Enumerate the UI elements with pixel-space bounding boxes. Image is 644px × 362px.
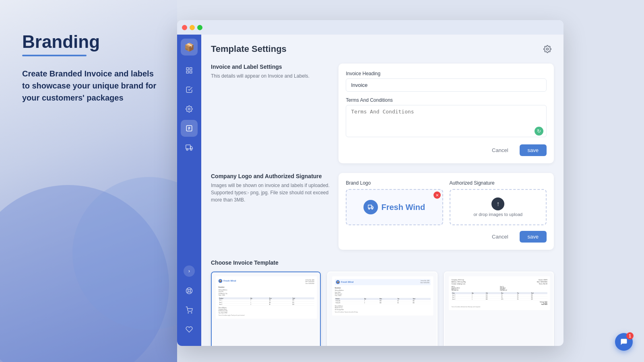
sidebar-item-branding[interactable] <box>181 120 198 137</box>
logo-settings-desc: Images will be shown on invoice and labe… <box>211 182 330 204</box>
window-controls <box>182 25 202 30</box>
template-card-1[interactable]: 📦 Fresh Wind Invoice No: 1234Date: 01/01… <box>211 272 321 346</box>
invoice-settings-label: Invoice and Label Settings This details … <box>211 64 330 163</box>
signature-group: Authorized Signature ↑ or drop images to… <box>450 180 547 225</box>
svg-point-7 <box>186 149 188 150</box>
svg-line-12 <box>190 292 191 293</box>
heading-label: Invoice Heading <box>346 71 547 76</box>
sidebar: 📦 › <box>177 35 201 346</box>
svg-point-15 <box>188 313 189 313</box>
minimize-button[interactable] <box>190 25 195 30</box>
logo-save-button[interactable]: save <box>520 231 547 243</box>
svg-rect-2 <box>186 71 188 73</box>
terms-wrapper: ↻ <box>346 105 547 139</box>
logo-text: Fresh Wind <box>381 203 425 212</box>
signature-label: Authorized Signature <box>450 180 547 186</box>
svg-rect-18 <box>368 205 372 208</box>
logo-cancel-button[interactable]: Cancel <box>485 231 515 243</box>
invoice-settings-title: Invoice and Label Settings <box>211 64 330 70</box>
template-grid: 📦 Fresh Wind Invoice No: 1234Date: 01/01… <box>211 272 554 346</box>
app-window: 📦 › <box>177 20 564 346</box>
svg-rect-0 <box>186 68 188 70</box>
branding-description: Create Branded Invoice and labels to sho… <box>22 68 159 104</box>
page-title: Template Settings <box>211 44 287 54</box>
sidebar-item-settings[interactable] <box>181 101 198 117</box>
svg-point-17 <box>547 48 549 50</box>
chat-badge: 1 <box>626 332 634 339</box>
sidebar-collapse-button[interactable]: › <box>184 265 195 277</box>
invoice-settings-desc: This details will appear on Invoice and … <box>211 72 330 80</box>
refresh-icon[interactable]: ↻ <box>535 127 543 136</box>
logo-preview: Fresh Wind <box>363 200 425 214</box>
svg-point-4 <box>188 108 190 110</box>
brand-logo-label: Brand Logo <box>346 180 443 186</box>
heading-input[interactable] <box>346 78 547 92</box>
sidebar-item-favorites[interactable] <box>181 321 198 338</box>
mock-invoice-1: 📦 Fresh Wind Invoice No: 1234Date: 01/01… <box>216 276 317 319</box>
logo-settings-card: Brand Logo Fresh Wind ✕ <box>339 173 554 250</box>
invoice-cancel-button[interactable]: Cancel <box>485 144 515 156</box>
template-preview-1: 📦 Fresh Wind Invoice No: 1234Date: 01/01… <box>212 272 320 346</box>
branding-title: Branding <box>22 32 159 51</box>
svg-rect-6 <box>186 145 190 149</box>
gear-button[interactable] <box>541 43 554 56</box>
invoice-settings-card: Invoice Heading Terms And Conditions ↻ C… <box>339 64 554 163</box>
svg-rect-1 <box>190 68 192 70</box>
logo-settings-label: Company Logo and Authorized Signature Im… <box>211 173 330 250</box>
page-header: Template Settings <box>211 43 554 56</box>
main-content: Template Settings Invoice and Label Sett… <box>201 35 564 346</box>
svg-point-8 <box>190 149 192 150</box>
invoice-settings-section: Invoice and Label Settings This details … <box>211 64 554 163</box>
sidebar-item-shipping[interactable] <box>181 139 198 156</box>
svg-point-10 <box>188 290 190 292</box>
terms-label: Terms And Conditions <box>346 97 547 103</box>
brand-logo-upload[interactable]: Fresh Wind ✕ <box>346 189 443 225</box>
heading-group: Invoice Heading <box>346 71 547 92</box>
sidebar-item-cart[interactable] <box>181 302 198 319</box>
upload-placeholder: ↑ or drop images to upload <box>473 197 522 217</box>
template-preview-3: Company: XYZ CorpAddress: 100 Corp WayCo… <box>445 272 553 346</box>
svg-point-20 <box>372 208 373 209</box>
logo-settings-title: Company Logo and Authorized Signature <box>211 173 330 179</box>
template-section: Choose Invoice Template 📦 Fresh Wind <box>211 259 554 346</box>
sidebar-item-support[interactable] <box>181 282 198 299</box>
sidebar-item-orders[interactable] <box>181 81 198 98</box>
template-card-2[interactable]: 📦 Fresh Wind Invoice No: 1234Date: 01/01… <box>327 272 437 346</box>
logo-card-actions: Cancel save <box>346 231 547 243</box>
mock-invoice-3: Company: XYZ CorpAddress: 100 Corp WayCo… <box>449 276 550 310</box>
branding-section: Branding Create Branded Invoice and labe… <box>22 32 159 104</box>
svg-line-11 <box>187 289 188 290</box>
sidebar-item-dashboard[interactable] <box>181 62 198 79</box>
brand-logo-group: Brand Logo Fresh Wind ✕ <box>346 180 443 225</box>
logo-icon <box>363 200 378 214</box>
template-header: Choose Invoice Template <box>211 259 554 266</box>
invoice-card-actions: Cancel save <box>346 144 547 156</box>
logo-icon: 📦 <box>184 42 194 52</box>
upload-row: Brand Logo Fresh Wind ✕ <box>346 180 547 225</box>
terms-group: Terms And Conditions ↻ <box>346 97 547 139</box>
left-panel: Branding Create Branded Invoice and labe… <box>0 0 177 362</box>
svg-line-14 <box>187 292 188 293</box>
svg-line-13 <box>190 289 191 290</box>
maximize-button[interactable] <box>197 25 202 30</box>
branding-underline <box>22 55 87 56</box>
template-card-3[interactable]: Company: XYZ CorpAddress: 100 Corp WayCo… <box>444 272 554 346</box>
logo-section: Company Logo and Authorized Signature Im… <box>211 173 554 250</box>
svg-point-16 <box>191 313 192 313</box>
sidebar-bottom <box>181 282 198 342</box>
signature-upload[interactable]: ↑ or drop images to upload <box>450 189 547 225</box>
template-preview-2: 📦 Fresh Wind Invoice No: 1234Date: 01/01… <box>328 272 436 346</box>
chat-bubble[interactable]: 1 <box>615 333 633 351</box>
sidebar-logo: 📦 <box>181 39 198 56</box>
title-bar <box>177 20 564 35</box>
svg-point-19 <box>369 208 370 209</box>
terms-textarea[interactable] <box>346 105 547 137</box>
mock-invoice-2: 📦 Fresh Wind Invoice No: 1234Date: 01/01… <box>332 276 433 315</box>
upload-arrow-icon: ↑ <box>491 197 504 210</box>
svg-rect-3 <box>190 71 192 73</box>
app-body: 📦 › <box>177 35 564 346</box>
upload-text: or drop images to upload <box>473 212 522 217</box>
logo-delete-button[interactable]: ✕ <box>433 191 441 199</box>
close-button[interactable] <box>182 25 187 30</box>
invoice-save-button[interactable]: save <box>520 144 547 156</box>
